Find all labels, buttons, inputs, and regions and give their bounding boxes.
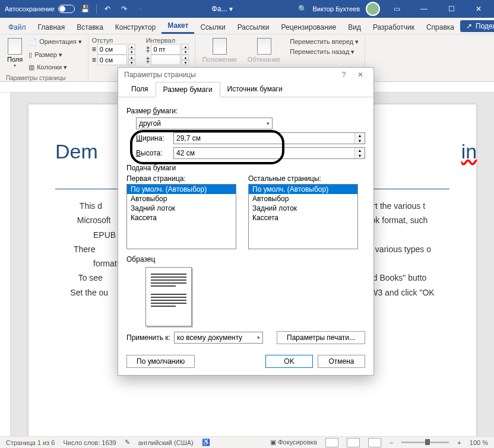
list-item[interactable]: По умолч. (Автовыбор) bbox=[127, 185, 236, 194]
columns-button[interactable]: ▥Колонки ▾ bbox=[26, 62, 84, 72]
share-label: Поделиться bbox=[476, 22, 494, 30]
spin-down-icon[interactable]: ▼ bbox=[355, 138, 365, 144]
tab-insert[interactable]: Вставка bbox=[71, 21, 109, 34]
undo-icon[interactable]: ↶ bbox=[102, 3, 113, 15]
spin-down-icon[interactable]: ▼ bbox=[355, 153, 365, 158]
tab-home[interactable]: Главная bbox=[32, 21, 71, 34]
position-button: Положение bbox=[199, 37, 240, 64]
focus-mode[interactable]: ▣ Фокусировка bbox=[270, 439, 317, 446]
tab-paper-size[interactable]: Размер бумаги bbox=[156, 82, 220, 97]
tab-file[interactable]: Файл bbox=[2, 21, 32, 34]
cancel-button[interactable]: Отмена bbox=[318, 355, 365, 368]
qat-customize-icon[interactable]: ▾ bbox=[135, 3, 147, 15]
list-item[interactable]: Кассета bbox=[249, 213, 357, 223]
minimize-icon[interactable]: — bbox=[413, 1, 435, 17]
zoom-slider[interactable] bbox=[401, 441, 449, 443]
zoom-in-icon[interactable]: + bbox=[457, 439, 461, 446]
size-button[interactable]: ▯Размер ▾ bbox=[26, 50, 84, 60]
dialog-title: Параметры страницы bbox=[124, 71, 196, 79]
save-icon[interactable]: 💾 bbox=[80, 3, 91, 15]
spin-up-icon[interactable]: ▲ bbox=[355, 133, 365, 138]
ok-button[interactable]: OK bbox=[265, 355, 313, 368]
indent-label: Отступ bbox=[92, 37, 135, 44]
zoom-value[interactable]: 100 % bbox=[470, 439, 488, 446]
spin-up-icon[interactable]: ▲ bbox=[355, 148, 365, 153]
ribbon-display-icon[interactable]: ▭ bbox=[386, 1, 407, 17]
tab-review[interactable]: Рецензирование bbox=[276, 21, 343, 34]
autosave-label: Автосохранение bbox=[5, 5, 55, 12]
height-input[interactable]: ▲▼ bbox=[173, 147, 365, 159]
dialog-tabs: Поля Размер бумаги Источник бумаги bbox=[118, 82, 373, 97]
sample-label: Образец bbox=[126, 255, 365, 263]
read-mode-icon[interactable] bbox=[325, 438, 338, 447]
status-lang[interactable]: английский (США) bbox=[138, 439, 194, 446]
print-layout-icon[interactable] bbox=[347, 438, 360, 447]
list-item[interactable]: Автовыбор bbox=[249, 194, 357, 204]
spacing-after-input[interactable]: ‡▲▼ bbox=[146, 55, 189, 65]
tab-developer[interactable]: Разработчик bbox=[367, 21, 420, 34]
ribbon-tabs: Файл Главная Вставка Конструктор Макет С… bbox=[0, 18, 494, 34]
orientation-icon: 📄 bbox=[28, 38, 37, 46]
spacing-label: Интервал bbox=[146, 37, 189, 44]
tab-layout[interactable]: Макет bbox=[162, 19, 194, 34]
status-page[interactable]: Страница 1 из 6 bbox=[6, 439, 55, 446]
first-page-label: Первая страница: bbox=[126, 174, 236, 183]
avatar[interactable] bbox=[366, 2, 380, 16]
close-icon[interactable]: ✕ bbox=[468, 1, 489, 17]
other-pages-listbox[interactable]: По умолч. (Автовыбор) Автовыбор Задний л… bbox=[248, 184, 358, 249]
list-item[interactable]: Задний лоток bbox=[249, 204, 357, 213]
paper-preset-combo[interactable]: другой ▾ bbox=[136, 117, 273, 129]
send-backward-button: Переместить назад ▾ bbox=[287, 47, 361, 57]
tab-design[interactable]: Конструктор bbox=[109, 21, 162, 34]
tab-fields[interactable]: Поля bbox=[124, 82, 156, 97]
document-title[interactable]: Фа... ▾ bbox=[147, 5, 298, 13]
dialog-help-icon[interactable]: ? bbox=[337, 71, 351, 79]
other-pages-label: Остальные страницы: bbox=[248, 174, 358, 183]
chevron-down-icon: ▾ bbox=[257, 335, 260, 341]
share-button[interactable]: ↗ Поделиться bbox=[460, 20, 494, 32]
list-item[interactable]: Кассета bbox=[127, 213, 236, 223]
accessibility-icon[interactable]: ♿ bbox=[202, 439, 210, 446]
redo-icon[interactable]: ↷ bbox=[118, 3, 130, 15]
spacing-before-input[interactable]: ‡▲▼ bbox=[146, 44, 189, 55]
indent-right-input[interactable]: ≡▲▼ bbox=[92, 55, 135, 65]
search-icon[interactable]: 🔍 bbox=[298, 5, 307, 13]
tab-paper-source[interactable]: Источник бумаги bbox=[220, 82, 290, 97]
list-item[interactable]: По умолч. (Автовыбор) bbox=[249, 185, 357, 194]
indent-left-input[interactable]: ≡▲▼ bbox=[92, 44, 135, 55]
preview-thumbnail bbox=[145, 267, 192, 326]
toggle-switch[interactable] bbox=[58, 5, 75, 13]
apply-to-label: Применить к: bbox=[126, 333, 170, 342]
page-setup-dialog: Параметры страницы ? ✕ Поля Размер бумаг… bbox=[118, 67, 374, 376]
dialog-close-icon[interactable]: ✕ bbox=[353, 71, 368, 79]
zoom-out-icon[interactable]: − bbox=[390, 439, 393, 446]
status-words[interactable]: Число слов: 1639 bbox=[63, 439, 116, 446]
tab-references[interactable]: Ссылки bbox=[194, 21, 231, 34]
web-layout-icon[interactable] bbox=[368, 438, 381, 447]
user-name: Виктор Бухтеев bbox=[313, 5, 360, 12]
print-options-button[interactable]: Параметры печати... bbox=[277, 331, 365, 344]
default-button[interactable]: По умолчанию bbox=[126, 355, 195, 368]
columns-icon: ▥ bbox=[28, 63, 34, 71]
vertical-ruler[interactable] bbox=[0, 93, 11, 436]
paper-preset-value: другой bbox=[139, 119, 161, 128]
autosave-toggle[interactable]: Автосохранение bbox=[5, 5, 75, 13]
width-input[interactable]: ▲▼ bbox=[173, 132, 365, 144]
bring-forward-button: Переместить вперед ▾ bbox=[287, 37, 361, 47]
tab-mailings[interactable]: Рассылки bbox=[232, 21, 276, 34]
orientation-button[interactable]: 📄Ориентация ▾ bbox=[26, 37, 84, 47]
statusbar: Страница 1 из 6 Число слов: 1639 ✎ англи… bbox=[0, 436, 494, 448]
height-label: Высота: bbox=[136, 149, 169, 157]
size-icon: ▯ bbox=[28, 51, 32, 59]
chevron-down-icon: ▾ bbox=[267, 120, 270, 126]
list-item[interactable]: Автовыбор bbox=[127, 194, 236, 204]
first-page-listbox[interactable]: По умолч. (Автовыбор) Автовыбор Задний л… bbox=[126, 184, 236, 249]
maximize-icon[interactable]: ☐ bbox=[441, 1, 462, 17]
width-label: Ширина: bbox=[136, 134, 169, 142]
tab-help[interactable]: Справка bbox=[420, 21, 460, 34]
tab-view[interactable]: Вид bbox=[342, 21, 367, 34]
margins-button[interactable]: Поля ▾ bbox=[4, 37, 26, 79]
list-item[interactable]: Задний лоток bbox=[127, 204, 236, 213]
proofing-icon[interactable]: ✎ bbox=[125, 439, 130, 446]
apply-to-combo[interactable]: ко всему документу ▾ bbox=[174, 332, 263, 344]
